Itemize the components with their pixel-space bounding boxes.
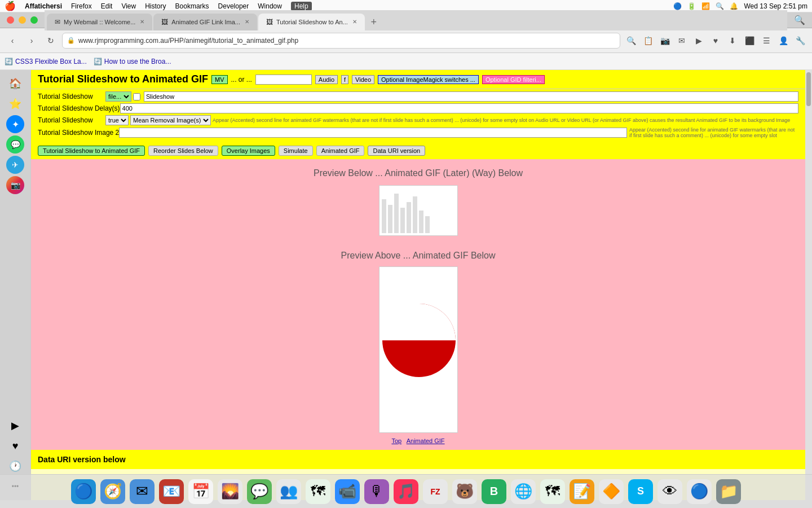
- bookmark-broa[interactable]: 🔄 How to use the Broa...: [94, 58, 171, 65]
- toolbar-translate-icon[interactable]: 📋: [641, 33, 655, 48]
- contacts-icon[interactable]: 👥: [276, 479, 301, 504]
- zoom-icon[interactable]: 📹: [335, 479, 360, 504]
- toolbar-menu-icon[interactable]: ☰: [759, 33, 774, 48]
- menu-window[interactable]: Window: [258, 2, 282, 10]
- back-button[interactable]: ‹: [5, 33, 20, 49]
- image2-input[interactable]: [119, 128, 627, 138]
- reorder-slides-button[interactable]: Reorder Slides Below: [148, 146, 218, 156]
- menu-help[interactable]: Help: [291, 2, 312, 11]
- url-input-field[interactable]: [255, 75, 312, 85]
- slideshow-text-input[interactable]: [144, 91, 798, 102]
- toolbar-download-icon[interactable]: ⬇: [725, 33, 740, 48]
- safari-icon[interactable]: 🧭: [100, 479, 125, 504]
- overlay-images-button[interactable]: Overlay Images: [222, 146, 275, 156]
- animated-gif-button[interactable]: Animated GIF: [316, 146, 365, 156]
- menu-bookmarks[interactable]: Bookmarks: [175, 2, 209, 10]
- toolbar-view-icon[interactable]: ⬛: [742, 33, 757, 48]
- slideshow-checkbox[interactable]: [133, 93, 140, 100]
- vlc-icon[interactable]: 🔶: [599, 479, 624, 504]
- notification-icon[interactable]: 🔔: [730, 2, 738, 10]
- data-uri-version-button[interactable]: Data URI version: [368, 146, 425, 156]
- menu-developer[interactable]: Developer: [218, 2, 249, 10]
- scrollbar[interactable]: [805, 70, 812, 500]
- bottom-links: Top Animated GIF: [37, 437, 800, 444]
- mail-icon[interactable]: ✉: [130, 479, 155, 504]
- tab-webmail[interactable]: ✉ My Webmail :: Welcome... ✕: [47, 14, 152, 30]
- sidebar-home[interactable]: 🏠: [6, 75, 24, 93]
- audio-button[interactable]: Audio: [315, 75, 338, 84]
- menu-view[interactable]: View: [121, 2, 136, 10]
- form-label-4: Tutorial Slideshow Image 2: [38, 129, 119, 137]
- filezilla-icon[interactable]: FZ: [423, 479, 448, 504]
- mv-button[interactable]: MV: [211, 75, 228, 84]
- chrome-icon[interactable]: 🔵: [687, 479, 712, 504]
- bbedit-icon[interactable]: B: [482, 479, 506, 504]
- top-link[interactable]: Top: [391, 437, 401, 444]
- bookmark-css3[interactable]: 🔄 CSS3 Flexible Box La...: [5, 58, 87, 65]
- scrollbar-thumb[interactable]: [806, 72, 811, 106]
- sidebar-messenger[interactable]: ✦: [6, 115, 24, 133]
- tab1-close[interactable]: ✕: [140, 19, 144, 25]
- gid-filter-button[interactable]: Optional GID filteri...: [482, 75, 545, 84]
- reload-button[interactable]: ↻: [43, 33, 59, 49]
- itunes-icon[interactable]: 🎵: [394, 479, 418, 504]
- slideshow-select[interactable]: file...: [105, 91, 131, 102]
- sidebar-instagram[interactable]: 📷: [6, 176, 24, 194]
- true-select[interactable]: true: [105, 115, 129, 125]
- sidebar-telegram[interactable]: ✈: [6, 156, 24, 174]
- bear-icon[interactable]: 🐻: [452, 479, 477, 504]
- video-button[interactable]: Video: [352, 75, 374, 84]
- toolbar-account-icon[interactable]: 👤: [776, 33, 791, 48]
- skype-icon[interactable]: S: [628, 479, 653, 504]
- forward-button[interactable]: ›: [24, 33, 39, 49]
- minimize-button[interactable]: [19, 16, 26, 24]
- f-button[interactable]: f: [341, 75, 348, 84]
- tutorial-slideshow-to-gif-button[interactable]: Tutorial Slideshow to Animated GIF: [38, 146, 145, 156]
- toolbar-play-icon[interactable]: ▶: [691, 33, 706, 48]
- sidebar-collections[interactable]: ⭐: [6, 95, 24, 113]
- animated-gif-link[interactable]: Animated GIF: [407, 437, 445, 444]
- tab-animated-gif-link[interactable]: 🖼 Animated GIF Link Ima... ✕: [153, 14, 257, 30]
- toolbar-email-icon[interactable]: ✉: [674, 33, 689, 48]
- outlook-icon[interactable]: 📧: [159, 479, 184, 504]
- messages-icon[interactable]: 💬: [247, 479, 272, 504]
- notes-icon[interactable]: 📝: [570, 479, 594, 504]
- mean-removal-select[interactable]: Mean Removal Image(s): [130, 115, 211, 125]
- sidebar-history[interactable]: 🕐: [6, 457, 24, 475]
- calendar-icon[interactable]: 📅: [188, 479, 213, 504]
- finder-icon[interactable]: 🔵: [71, 479, 96, 504]
- delay-input[interactable]: [120, 103, 798, 113]
- form-label-1: Tutorial Slideshow: [38, 93, 105, 100]
- new-tab-button[interactable]: +: [366, 15, 382, 30]
- toolbar-search-icon[interactable]: 🔍: [624, 33, 638, 48]
- close-button[interactable]: [7, 16, 14, 24]
- preview-section-top: Preview Below ... Animated GIF (Later) (…: [31, 159, 805, 245]
- wifi-icon: 📶: [701, 2, 710, 10]
- menu-firefox[interactable]: Firefox: [71, 2, 92, 10]
- photos-icon[interactable]: 🌄: [218, 479, 242, 504]
- finder2-icon[interactable]: 📁: [716, 479, 741, 504]
- maps-icon[interactable]: 🗺: [306, 479, 330, 504]
- menu-edit[interactable]: Edit: [101, 2, 113, 10]
- sidebar-whatsapp[interactable]: 💬: [6, 135, 24, 154]
- podcasts-icon[interactable]: 🎙: [364, 479, 389, 504]
- toolbar-bookmark-icon[interactable]: ♥: [708, 33, 723, 48]
- search-menubar-icon[interactable]: 🔍: [716, 2, 724, 10]
- simulate-button[interactable]: Simulate: [279, 146, 313, 156]
- tab3-close[interactable]: ✕: [352, 19, 357, 25]
- sidebar-heart[interactable]: ♥: [6, 437, 24, 455]
- preview-icon[interactable]: 👁: [657, 479, 682, 504]
- toolbar-screenshot-icon[interactable]: 📷: [657, 33, 672, 48]
- menu-history[interactable]: History: [145, 2, 166, 10]
- search-bar-icon[interactable]: 🔍: [787, 15, 812, 25]
- sidebar-play[interactable]: ▶: [6, 417, 24, 435]
- address-bar[interactable]: 🔒 www.rjmprogramming.com.au/PHP/animegif…: [62, 33, 620, 49]
- menu-affa[interactable]: Affatichersi: [25, 2, 62, 10]
- tab-tutorial-slideshow[interactable]: 🖼 Tutorial Slideshow to An... ✕: [258, 14, 365, 30]
- browser2-icon[interactable]: 🌐: [511, 479, 536, 504]
- maps2-icon[interactable]: 🗺: [540, 479, 565, 504]
- fullscreen-button[interactable]: [30, 16, 38, 24]
- toolbar-extensions-icon[interactable]: 🔧: [793, 33, 807, 48]
- imagemagick-button[interactable]: Optional ImageMagick switches ...: [378, 75, 479, 84]
- tab2-close[interactable]: ✕: [245, 19, 249, 25]
